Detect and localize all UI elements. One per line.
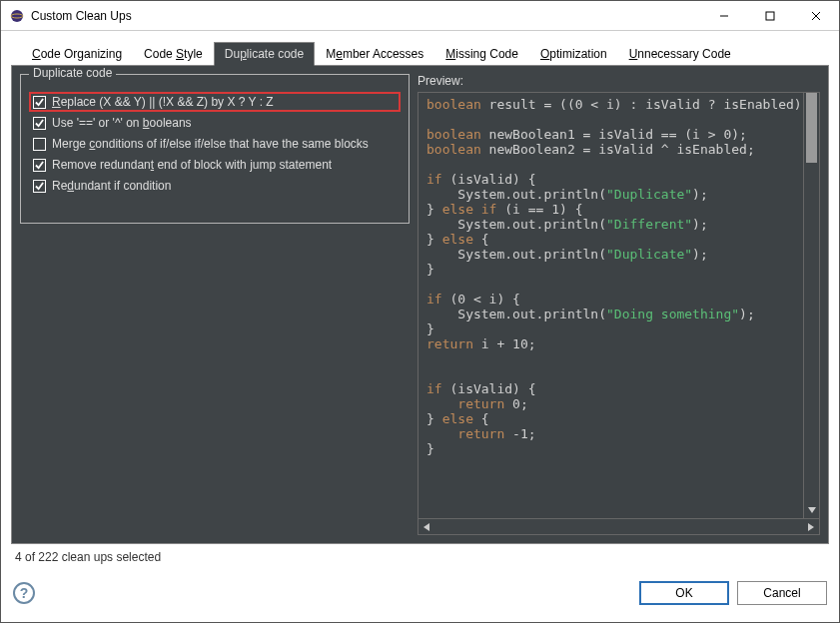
- tab-3[interactable]: Member Accesses: [315, 42, 434, 66]
- checkbox-icon[interactable]: [33, 180, 46, 193]
- checkbox-icon[interactable]: [33, 159, 46, 172]
- cleanup-option-3[interactable]: Remove redundant end of block with jump …: [31, 157, 399, 173]
- ok-button[interactable]: OK: [639, 581, 729, 605]
- option-label: Replace (X && Y) || (!X && Z) by X ? Y :…: [52, 95, 274, 109]
- option-label: Merge conditions of if/else if/else that…: [52, 137, 369, 151]
- preview-label: Preview:: [418, 74, 820, 88]
- option-label: Use '==' or '^' on booleans: [52, 116, 192, 130]
- cleanup-option-2[interactable]: Merge conditions of if/else if/else that…: [31, 136, 399, 152]
- option-label: Redundant if condition: [52, 179, 171, 193]
- cleanup-option-1[interactable]: Use '==' or '^' on booleans: [31, 115, 399, 131]
- vertical-scrollbar[interactable]: [803, 93, 819, 518]
- tab-strip: Code OrganizingCode StyleDuplicate codeM…: [21, 39, 829, 65]
- left-column: Duplicate code Replace (X && Y) || (!X &…: [20, 74, 410, 535]
- duplicate-code-group: Duplicate code Replace (X && Y) || (!X &…: [20, 74, 410, 224]
- window-title: Custom Clean Ups: [31, 9, 701, 23]
- preview-column: Preview: boolean result = ((0 < i) : isV…: [418, 74, 820, 535]
- status-text: 4 of 222 clean ups selected: [11, 544, 829, 564]
- scroll-down-icon[interactable]: [804, 502, 819, 518]
- close-button[interactable]: [793, 1, 839, 30]
- cancel-button[interactable]: Cancel: [737, 581, 827, 605]
- footer: ? OK Cancel: [1, 574, 839, 622]
- title-controls: [701, 1, 839, 30]
- maximize-button[interactable]: [747, 1, 793, 30]
- svg-point-0: [11, 10, 23, 22]
- tab-5[interactable]: Optimization: [529, 42, 618, 66]
- cleanup-option-0[interactable]: Replace (X && Y) || (!X && Z) by X ? Y :…: [31, 94, 399, 110]
- cleanup-options-list: Replace (X && Y) || (!X && Z) by X ? Y :…: [31, 94, 399, 194]
- tab-6[interactable]: Unnecessary Code: [618, 42, 742, 66]
- cleanup-option-4[interactable]: Redundant if condition: [31, 178, 399, 194]
- scroll-left-icon[interactable]: [419, 519, 434, 534]
- minimize-button[interactable]: [701, 1, 747, 30]
- checkbox-icon[interactable]: [33, 138, 46, 151]
- horizontal-scrollbar[interactable]: [419, 518, 819, 534]
- tab-0[interactable]: Code Organizing: [21, 42, 133, 66]
- tab-panel: Duplicate code Replace (X && Y) || (!X &…: [11, 65, 829, 544]
- checkbox-icon[interactable]: [33, 117, 46, 130]
- svg-rect-3: [766, 12, 774, 20]
- code-preview: boolean result = ((0 < i) : isValid ? is…: [418, 92, 820, 535]
- help-icon[interactable]: ?: [13, 582, 35, 604]
- dialog-window: Custom Clean Ups Code OrganizingCode Sty…: [0, 0, 840, 623]
- titlebar: Custom Clean Ups: [1, 1, 839, 31]
- tab-2[interactable]: Duplicate code: [214, 42, 315, 66]
- tab-4[interactable]: Missing Code: [434, 42, 529, 66]
- scroll-thumb[interactable]: [806, 93, 817, 163]
- group-title: Duplicate code: [29, 66, 116, 80]
- checkbox-icon[interactable]: [33, 96, 46, 109]
- client-area: Code OrganizingCode StyleDuplicate codeM…: [1, 31, 839, 574]
- option-label: Remove redundant end of block with jump …: [52, 158, 332, 172]
- tab-1[interactable]: Code Style: [133, 42, 214, 66]
- code-preview-content: boolean result = ((0 < i) : isValid ? is…: [419, 93, 819, 460]
- eclipse-icon: [9, 8, 25, 24]
- scroll-right-icon[interactable]: [803, 519, 819, 534]
